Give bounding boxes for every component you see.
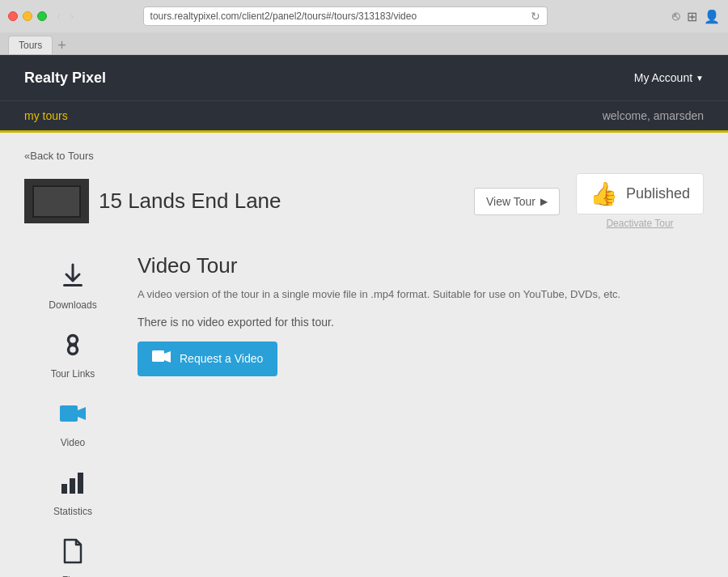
back-button[interactable]: ‹ — [53, 10, 64, 23]
video-icon — [58, 399, 87, 434]
deactivate-tour-link[interactable]: Deactivate Tour — [606, 218, 673, 229]
welcome-text: welcome, amarsden — [603, 109, 704, 122]
forward-button[interactable]: › — [67, 10, 78, 23]
address-bar[interactable]: tours.realtypixel.com/client2/panel2/tou… — [143, 6, 548, 26]
active-tab[interactable]: Tours — [8, 36, 53, 54]
sub-nav: my tours welcome, amarsden — [0, 100, 728, 133]
browser-controls — [8, 11, 47, 21]
browser-titlebar: ‹ › tours.realtypixel.com/client2/panel2… — [0, 0, 728, 32]
back-to-tours-link[interactable]: «Back to Tours — [24, 150, 94, 162]
svg-point-3 — [69, 336, 77, 344]
sidebar-item-tour-links[interactable]: Tour Links — [24, 322, 121, 388]
sidebar-item-statistics[interactable]: Statistics — [24, 460, 121, 525]
svg-rect-5 — [60, 405, 78, 422]
account-menu[interactable]: My Account ▼ — [634, 71, 704, 84]
svg-rect-2 — [63, 284, 83, 286]
close-dot[interactable] — [8, 11, 18, 21]
published-inner: 👍 Published — [576, 173, 704, 214]
main-layout: Downloads Tour Links — [24, 253, 704, 577]
view-tour-arrow-icon: ▶ — [540, 196, 548, 207]
tour-title: 15 Lands End Lane — [99, 189, 474, 214]
new-tab-button[interactable]: + — [57, 38, 66, 53]
sidebar-item-flyer[interactable]: Flyer — [24, 528, 121, 577]
browser-actions: ⎋ ⊞ 👤 — [672, 9, 720, 24]
view-tour-label: View Tour — [486, 195, 535, 208]
tour-links-label: Tour Links — [51, 368, 95, 380]
statistics-label: Statistics — [53, 506, 92, 517]
share-button[interactable]: ⎋ — [672, 9, 680, 24]
section-desc: A video version of the tour in a single … — [138, 286, 704, 303]
svg-rect-7 — [70, 478, 75, 494]
thumbnail-image — [32, 185, 81, 218]
no-video-text: There is no video exported for this tour… — [138, 316, 704, 329]
published-label: Published — [626, 185, 690, 202]
minimize-dot[interactable] — [23, 11, 32, 21]
svg-point-4 — [69, 346, 77, 354]
sidebar-item-downloads[interactable]: Downloads — [24, 253, 121, 319]
content: «Back to Tours 15 Lands End Lane View To… — [0, 133, 728, 577]
my-tours-link[interactable]: my tours — [24, 109, 68, 122]
download-icon — [58, 261, 87, 296]
flyer-icon — [58, 537, 87, 571]
tour-header: 15 Lands End Lane View Tour ▶ 👍 Publishe… — [24, 173, 704, 229]
brand-logo: Realty Pixel — [24, 70, 106, 87]
svg-rect-10 — [152, 350, 164, 362]
app: Realty Pixel My Account ▼ my tours welco… — [0, 55, 728, 577]
request-video-button[interactable]: Request a Video — [138, 342, 277, 376]
account-arrow-icon: ▼ — [696, 74, 704, 83]
refresh-icon[interactable]: ↻ — [531, 10, 540, 23]
account-button[interactable]: 👤 — [704, 9, 720, 24]
tour-links-icon — [58, 330, 87, 365]
sidebar: Downloads Tour Links — [24, 253, 121, 577]
view-tour-button[interactable]: View Tour ▶ — [474, 188, 560, 215]
url-text: tours.realtypixel.com/client2/panel2/tou… — [150, 11, 526, 22]
section-title: Video Tour — [138, 253, 704, 278]
browser-tab-bar: Tours + — [0, 32, 728, 54]
video-camera-icon — [152, 350, 171, 368]
request-video-label: Request a Video — [180, 352, 263, 365]
tour-thumbnail — [24, 179, 89, 223]
thumbs-up-icon: 👍 — [590, 180, 618, 207]
published-badge: 👍 Published Deactivate Tour — [576, 173, 704, 229]
video-label: Video — [61, 437, 85, 448]
fullscreen-button[interactable]: ⊞ — [687, 9, 697, 24]
downloads-label: Downloads — [49, 299, 96, 311]
statistics-icon — [58, 468, 87, 503]
main-panel: Video Tour A video version of the tour i… — [138, 253, 704, 577]
sidebar-item-video[interactable]: Video — [24, 391, 121, 456]
maximize-dot[interactable] — [37, 11, 47, 21]
top-nav: Realty Pixel My Account ▼ — [0, 55, 728, 100]
browser-nav: ‹ › — [53, 10, 77, 23]
account-label: My Account — [634, 71, 692, 84]
svg-rect-8 — [78, 473, 83, 494]
svg-rect-1 — [34, 187, 79, 216]
browser-chrome: ‹ › tours.realtypixel.com/client2/panel2… — [0, 0, 728, 55]
svg-rect-6 — [61, 484, 67, 494]
